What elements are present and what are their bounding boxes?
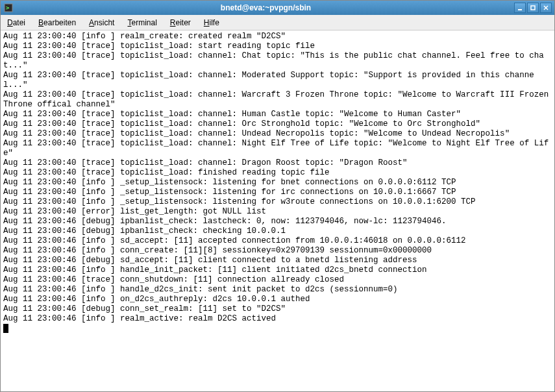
menu-label: eiter <box>176 18 191 27</box>
log-line: Aug 11 23:00:46 [info ] handle_d2cs_init… <box>3 285 552 295</box>
close-button[interactable] <box>540 3 552 13</box>
log-line: Aug 11 23:00:40 [trace] topiclist_load: … <box>3 110 552 119</box>
log-line: Aug 11 23:00:40 [trace] topiclist_load: … <box>3 119 552 129</box>
menu-label: earbeiten <box>43 18 76 27</box>
cursor <box>3 324 8 333</box>
window-title: bnetd@eva:~pvpgn/sbin <box>18 3 514 12</box>
log-line: Aug 11 23:00:46 [trace] conn_shutdown: [… <box>3 275 552 285</box>
log-line: Aug 11 23:00:46 [info ] sd_accept: [11] … <box>3 236 552 246</box>
menubar: Datei Bearbeiten Ansicht Terminal Reiter… <box>1 15 554 31</box>
log-line: Aug 11 23:00:40 [info ] _setup_listensoc… <box>3 188 552 197</box>
window-controls <box>514 3 552 13</box>
log-line: Aug 11 23:00:40 [trace] topiclist_load: … <box>3 168 552 178</box>
log-line: Aug 11 23:00:40 [trace] topiclist_load: … <box>3 139 552 158</box>
maximize-button[interactable] <box>527 3 539 13</box>
log-line: Aug 11 23:00:40 [error] list_get_length:… <box>3 207 552 217</box>
log-line: Aug 11 23:00:40 [info ] _setup_listensoc… <box>3 178 552 188</box>
log-line: Aug 11 23:00:40 [trace] topiclist_load: … <box>3 129 552 139</box>
menu-label: ilfe <box>210 18 219 27</box>
log-line: Aug 11 23:00:40 [trace] topiclist_load: … <box>3 51 552 71</box>
log-line: Aug 11 23:00:40 [trace] topiclist_load: … <box>3 158 552 168</box>
log-line: Aug 11 23:00:46 [info ] realm_active: re… <box>3 314 552 324</box>
menu-label: nsicht <box>94 18 114 27</box>
log-line: Aug 11 23:00:40 [trace] topiclist_load: … <box>3 71 552 90</box>
titlebar[interactable]: > bnetd@eva:~pvpgn/sbin <box>1 1 554 15</box>
log-line: Aug 11 23:00:46 [debug] ipbanlist_check:… <box>3 217 552 227</box>
log-line: Aug 11 23:00:46 [info ] handle_init_pack… <box>3 265 552 275</box>
menu-label: erminal <box>131 18 156 27</box>
menu-label: atei <box>13 18 25 27</box>
menu-hilfe[interactable]: Hilfe <box>201 17 222 29</box>
log-line: Aug 11 23:00:40 [trace] topiclist_load: … <box>3 42 552 51</box>
log-line: Aug 11 23:00:40 [info ] _setup_listensoc… <box>3 197 552 207</box>
menu-ansicht[interactable]: Ansicht <box>86 17 117 29</box>
log-line: Aug 11 23:00:46 [info ] on_d2cs_authrepl… <box>3 295 552 304</box>
app-icon: > <box>3 3 14 13</box>
svg-text:>: > <box>6 5 10 11</box>
svg-rect-3 <box>531 6 535 10</box>
menu-reiter[interactable]: Reiter <box>167 17 193 29</box>
menu-datei[interactable]: Datei <box>5 17 28 29</box>
terminal-output[interactable]: Aug 11 23:00:40 [info ] realm_create: cr… <box>1 31 554 391</box>
log-line: Aug 11 23:00:40 [trace] topiclist_load: … <box>3 90 552 110</box>
log-line: Aug 11 23:00:46 [info ] conn_create: [11… <box>3 246 552 256</box>
log-line: Aug 11 23:00:46 [debug] ipbanlist_check:… <box>3 227 552 236</box>
minimize-button[interactable] <box>514 3 526 13</box>
terminal-window: > bnetd@eva:~pvpgn/sbin Datei Bearbeiten… <box>0 0 555 392</box>
menu-terminal[interactable]: Terminal <box>125 17 159 29</box>
log-line: Aug 11 23:00:46 [debug] conn_set_realm: … <box>3 304 552 314</box>
log-line: Aug 11 23:00:46 [debug] sd_accept: [11] … <box>3 256 552 265</box>
menu-bearbeiten[interactable]: Bearbeiten <box>36 17 79 29</box>
log-line: Aug 11 23:00:40 [info ] realm_create: cr… <box>3 32 552 42</box>
